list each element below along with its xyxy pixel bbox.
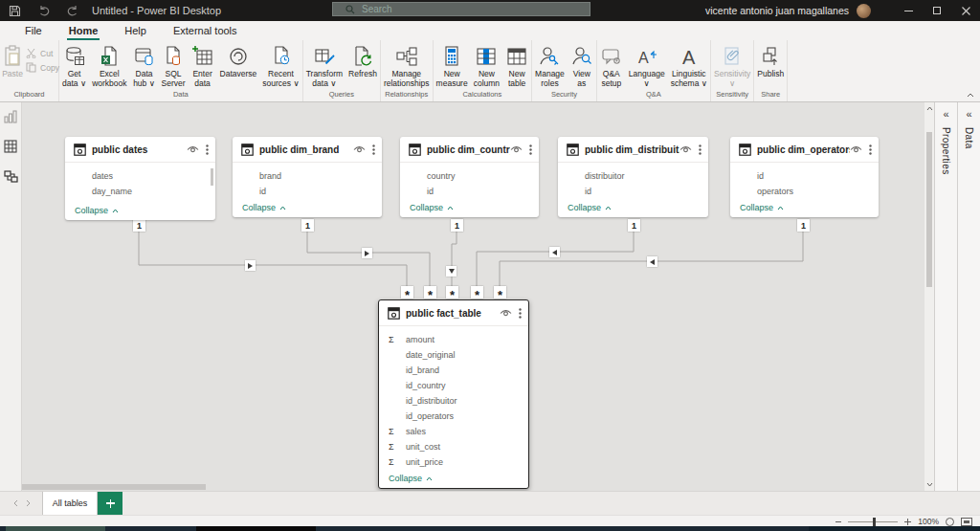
- zoom-out-icon[interactable]: [835, 521, 841, 522]
- eye-icon[interactable]: [353, 145, 366, 154]
- collapse-link[interactable]: Collapse: [242, 203, 286, 212]
- table-field[interactable]: Σ sales: [379, 424, 528, 439]
- card-scrollbar[interactable]: [211, 168, 213, 186]
- table-field[interactable]: id_country: [379, 378, 528, 393]
- zoom-level[interactable]: 100%: [918, 517, 939, 526]
- sensitivity-button[interactable]: Sensitivity ∨: [711, 42, 753, 90]
- expand-panel-icon[interactable]: «: [966, 108, 971, 120]
- maximize-button[interactable]: [923, 0, 951, 21]
- tab-prev-icon[interactable]: [10, 499, 22, 507]
- copy-button[interactable]: Copy: [26, 62, 59, 73]
- dataverse-button[interactable]: Dataverse: [217, 42, 260, 90]
- view-as-button[interactable]: View as: [568, 42, 596, 90]
- avatar[interactable]: [857, 4, 871, 18]
- linguistic-schema-button[interactable]: A Linguistic schema ∨: [668, 42, 710, 90]
- panel-title[interactable]: Properties: [941, 127, 951, 175]
- manage-relationships-button[interactable]: Manage relationships: [381, 42, 433, 90]
- model-canvas[interactable]: 1 1 1 1 1 * * * * * public dates dates: [22, 102, 924, 491]
- collapse-link[interactable]: Collapse: [389, 474, 433, 483]
- table-field[interactable]: operators: [730, 184, 879, 199]
- eye-icon[interactable]: [679, 145, 692, 154]
- ribbon-collapse-icon[interactable]: [967, 93, 974, 98]
- table-field[interactable]: id: [730, 168, 879, 184]
- scroll-down-icon[interactable]: [926, 478, 933, 490]
- table-field[interactable]: id_operators: [379, 409, 528, 424]
- model-view-icon[interactable]: [4, 169, 18, 188]
- more-options-icon[interactable]: [699, 144, 702, 155]
- table-field[interactable]: date_original: [379, 347, 528, 363]
- vertical-scrollbar[interactable]: [924, 102, 934, 491]
- data-view-icon[interactable]: [4, 140, 17, 157]
- table-field[interactable]: dates: [65, 168, 215, 184]
- more-options-icon[interactable]: [519, 308, 522, 319]
- minimize-button[interactable]: [894, 0, 923, 21]
- menu-help[interactable]: Help: [111, 21, 160, 40]
- save-icon[interactable]: [9, 5, 21, 17]
- table-field[interactable]: id: [400, 184, 539, 199]
- reset-zoom-icon[interactable]: [946, 518, 954, 526]
- more-options-icon[interactable]: [529, 144, 532, 155]
- collapse-link[interactable]: Collapse: [75, 206, 119, 215]
- eye-icon[interactable]: [500, 309, 512, 318]
- cut-button[interactable]: Cut: [26, 48, 59, 58]
- zoom-in-icon[interactable]: [904, 519, 911, 525]
- new-measure-button[interactable]: New measure: [434, 42, 471, 90]
- language-button[interactable]: A Language ∨: [626, 42, 668, 90]
- panel-title[interactable]: Data: [964, 127, 974, 149]
- sql-server-button[interactable]: SQL Server: [159, 42, 189, 90]
- excel-workbook-button[interactable]: Excel workbook: [89, 42, 129, 90]
- tab-all-tables[interactable]: All tables: [42, 492, 98, 516]
- table-card-public-fact-table[interactable]: public fact_table Σ amount date_original: [378, 299, 529, 489]
- table-field[interactable]: distribuitor: [558, 168, 708, 184]
- table-card-public-dim-brand[interactable]: public dim_brand brand id Collapse: [233, 137, 382, 217]
- enter-data-button[interactable]: Enter data: [189, 42, 217, 90]
- refresh-button[interactable]: Refresh: [345, 42, 380, 90]
- manage-roles-button[interactable]: Manage roles: [532, 42, 568, 90]
- table-card-public-dates[interactable]: public dates dates day_name Collap: [65, 137, 215, 220]
- menu-external-tools[interactable]: External tools: [160, 21, 251, 40]
- eye-icon[interactable]: [850, 145, 862, 154]
- new-column-button[interactable]: New column: [471, 42, 502, 90]
- collapse-link[interactable]: Collapse: [740, 203, 784, 212]
- more-options-icon[interactable]: [206, 144, 209, 155]
- paste-button[interactable]: Paste: [0, 42, 26, 90]
- more-options-icon[interactable]: [372, 144, 375, 155]
- report-view-icon[interactable]: [4, 110, 17, 127]
- table-field[interactable]: Σ unit_cost: [379, 439, 528, 454]
- menu-file[interactable]: File: [11, 21, 56, 40]
- scrollbar-thumb[interactable]: [926, 132, 932, 287]
- close-button[interactable]: [951, 0, 980, 21]
- zoom-slider-thumb[interactable]: [873, 518, 876, 526]
- horizontal-scrollbar[interactable]: [22, 484, 206, 490]
- eye-icon[interactable]: [510, 145, 523, 154]
- transform-data-button[interactable]: Transform data ∨: [303, 42, 345, 90]
- more-options-icon[interactable]: [869, 144, 872, 155]
- collapse-link[interactable]: Collapse: [568, 203, 612, 212]
- table-field[interactable]: country: [400, 168, 539, 184]
- add-layout-button[interactable]: [98, 492, 122, 516]
- table-card-public-dim-country[interactable]: public dim_country country id Coll: [400, 137, 539, 217]
- scroll-up-icon[interactable]: [926, 102, 933, 114]
- recent-sources-button[interactable]: Recent sources ∨: [259, 42, 301, 90]
- expand-panel-icon[interactable]: «: [943, 108, 948, 120]
- search-input[interactable]: Search: [332, 2, 590, 16]
- user-name[interactable]: vicente antonio juan magallanes: [705, 5, 849, 16]
- table-card-public-dim-distribuitor[interactable]: public dim_distribuit... distribuitor id: [558, 137, 708, 217]
- table-field[interactable]: id_brand: [379, 363, 528, 378]
- table-field[interactable]: Σ unit_price: [379, 454, 528, 470]
- new-table-button[interactable]: New table: [502, 42, 531, 90]
- eye-icon[interactable]: [187, 145, 199, 154]
- table-field[interactable]: Σ amount: [379, 332, 528, 347]
- tab-next-icon[interactable]: [22, 499, 34, 507]
- data-hub-button[interactable]: Data hub ∨: [130, 42, 159, 90]
- collapse-link[interactable]: Collapse: [410, 203, 454, 212]
- table-field[interactable]: id: [558, 184, 708, 199]
- table-field[interactable]: id: [233, 184, 382, 199]
- publish-button[interactable]: Publish: [754, 42, 787, 90]
- table-field[interactable]: brand: [233, 168, 382, 184]
- zoom-slider[interactable]: [848, 521, 898, 522]
- table-field[interactable]: day_name: [65, 184, 215, 199]
- fit-to-screen-icon[interactable]: [961, 518, 972, 526]
- table-card-public-dim-operators[interactable]: public dim_operators id operators: [730, 137, 879, 217]
- qa-setup-button[interactable]: Q&A setup: [597, 42, 626, 90]
